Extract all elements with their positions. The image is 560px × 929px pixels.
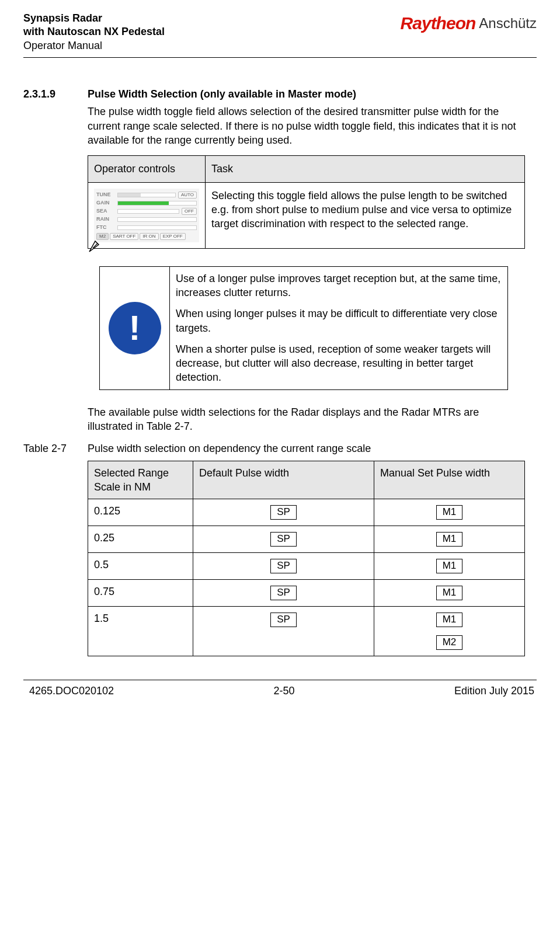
pw-manual-cell: M1 — [374, 499, 525, 526]
panel-label-gain: GAIN — [96, 200, 115, 206]
pulse-width-value: M1 — [436, 559, 463, 573]
note-p2: When using longer pulses it may be diffi… — [176, 307, 502, 335]
radar-control-panel: TUNE AUTO GAIN SEA OFF RAIN — [94, 189, 199, 242]
pw-default-cell: SP — [193, 606, 374, 656]
section-number: 2.3.1.9 — [23, 87, 70, 101]
panel-label-tune: TUNE — [96, 192, 115, 197]
pulse-width-value: M1 — [436, 586, 463, 600]
pulse-width-value: SP — [270, 505, 297, 520]
table-row: 0.75SPM1 — [88, 580, 525, 607]
section-intro: The pulse width toggle field allows sele… — [88, 105, 525, 147]
ftc-slider[interactable] — [117, 225, 197, 230]
footer-rule — [23, 680, 537, 680]
sart-toggle[interactable]: SART OFF — [110, 233, 138, 240]
table-row: 1.5SPM1M2 — [88, 606, 525, 656]
pw-manual-cell: M1 — [374, 526, 525, 553]
table-row: 0.5SPM1 — [88, 553, 525, 580]
operator-task-table: Operator controls Task TUNE AUTO GAIN S — [88, 155, 525, 248]
title-line-1: Synapsis Radar — [23, 12, 165, 25]
pw-head-range: Selected Range Scale in NM — [88, 461, 193, 499]
note-icon-cell: ! — [100, 266, 170, 389]
pw-manual-cell: M1M2 — [374, 606, 525, 656]
footer-edition: Edition July 2015 — [454, 684, 534, 698]
table-row: 0.25SPM1 — [88, 526, 525, 553]
brand-sub: Anschütz — [479, 14, 537, 33]
pulse-width-value: M1 — [436, 613, 463, 627]
pw-range-cell: 0.25 — [88, 526, 193, 553]
pw-range-cell: 1.5 — [88, 606, 193, 656]
exp-toggle[interactable]: EXP OFF — [160, 233, 186, 240]
pw-range-cell: 0.75 — [88, 580, 193, 607]
pw-default-cell: SP — [193, 580, 374, 607]
pw-manual-cell: M1 — [374, 553, 525, 580]
footer-docid: 4265.DOC020102 — [29, 684, 114, 698]
ir-toggle[interactable]: IR ON — [140, 233, 158, 240]
pulse-width-value: M1 — [436, 532, 463, 547]
brand-block: Raytheon Anschütz — [401, 12, 537, 36]
page-footer: 4265.DOC020102 2-50 Edition July 2015 — [23, 684, 537, 698]
title-line-2: with Nautoscan NX Pedestal — [23, 25, 165, 39]
off-button[interactable]: OFF — [182, 208, 197, 215]
pw-head-default: Default Pulse width — [193, 461, 374, 499]
attention-icon: ! — [109, 302, 161, 354]
note-p1: Use of a longer pulse improves target re… — [176, 272, 502, 300]
pulse-width-value: M1 — [436, 505, 463, 520]
main-content: 2.3.1.9 Pulse Width Selection (only avai… — [88, 87, 525, 656]
note-text-cell: Use of a longer pulse improves target re… — [170, 266, 508, 389]
pw-default-cell: SP — [193, 499, 374, 526]
header-rule — [23, 57, 537, 58]
table27-caption-row: Table 2-7 Pulse width selection on depen… — [88, 441, 525, 455]
brand-logo: Raytheon — [401, 12, 476, 36]
pw-default-cell: SP — [193, 526, 374, 553]
panel-label-sea: SEA — [96, 208, 115, 214]
page-header: Synapsis Radar with Nautoscan NX Pedesta… — [23, 12, 537, 53]
pw-default-cell: SP — [193, 553, 374, 580]
note-p3: When a shorter pulse is used, reception … — [176, 342, 502, 385]
pulse-width-value: SP — [270, 586, 297, 600]
footer-page: 2-50 — [273, 684, 294, 698]
opc-head-controls: Operator controls — [88, 156, 206, 182]
opc-controls-cell: TUNE AUTO GAIN SEA OFF RAIN — [88, 182, 206, 248]
tune-slider[interactable] — [117, 193, 176, 197]
pulse-width-value: M2 — [436, 635, 463, 650]
opc-head-task: Task — [206, 156, 525, 182]
title-line-3: Operator Manual — [23, 39, 165, 53]
mid-para: The available pulse width selections for… — [88, 405, 525, 434]
gain-slider[interactable] — [117, 201, 197, 206]
table-row: 0.125SPM1 — [88, 499, 525, 526]
rain-slider[interactable] — [117, 217, 197, 222]
pointer-arrow-icon — [88, 235, 106, 253]
pw-head-manual: Manual Set Pulse width — [374, 461, 525, 499]
section-heading-row: 2.3.1.9 Pulse Width Selection (only avai… — [88, 87, 525, 101]
note-box: ! Use of a longer pulse improves target … — [99, 266, 508, 390]
pulse-width-value: SP — [270, 613, 297, 627]
sea-slider[interactable] — [117, 209, 179, 214]
pulse-width-value: SP — [270, 532, 297, 547]
auto-button[interactable]: AUTO — [178, 192, 197, 199]
opc-task-cell: Selecting this toggle field allows the p… — [206, 182, 525, 248]
pw-manual-cell: M1 — [374, 580, 525, 607]
pulse-width-value: SP — [270, 559, 297, 573]
section-title: Pulse Width Selection (only available in… — [88, 87, 356, 101]
table27-caption: Pulse width selection on dependency the … — [88, 441, 371, 455]
panel-label-ftc: FTC — [96, 225, 115, 230]
panel-label-rain: RAIN — [96, 217, 115, 222]
table27-label: Table 2-7 — [23, 441, 70, 455]
pw-range-cell: 0.5 — [88, 553, 193, 580]
pulse-width-table: Selected Range Scale in NM Default Pulse… — [88, 461, 525, 656]
doc-title: Synapsis Radar with Nautoscan NX Pedesta… — [23, 12, 165, 53]
pw-range-cell: 0.125 — [88, 499, 193, 526]
